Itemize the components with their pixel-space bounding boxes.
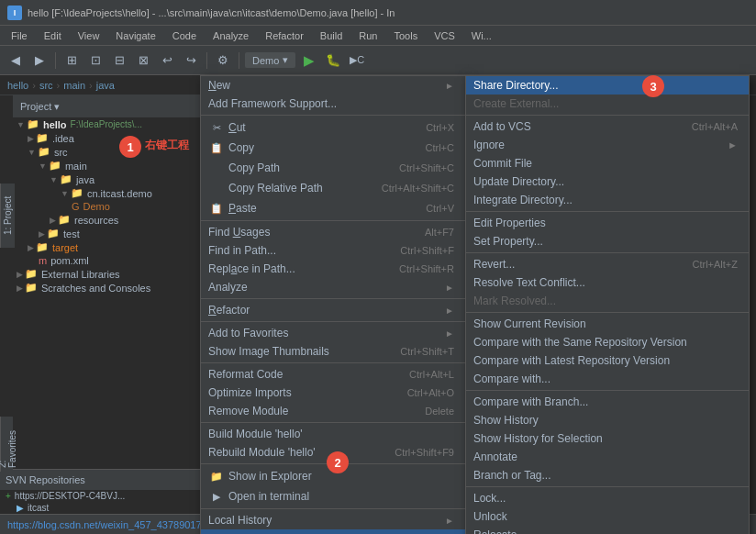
sm-compare-with[interactable]: Compare with... (466, 370, 749, 388)
tree-item-hello[interactable]: ▼ 📁 hello F:\IdeaProjects\... (13, 117, 210, 131)
menu-file[interactable]: File (4, 28, 35, 43)
tree-item-scratches[interactable]: ▶ 📁 Scratches and Consoles (13, 281, 210, 295)
tree-item-demo[interactable]: G Demo (13, 200, 210, 213)
cm-paste[interactable]: 📋 Paste Ctrl+V (201, 198, 465, 218)
sm-set-prop[interactable]: Set Property... (466, 232, 749, 250)
toolbar-settings[interactable]: ⚙ (213, 50, 233, 71)
menu-edit[interactable]: Edit (37, 28, 69, 43)
folder-icon-test: 📁 (47, 228, 60, 239)
toolbar-separator-3 (239, 52, 239, 69)
cm-analyze[interactable]: Analyze ► (201, 278, 465, 296)
svn-item-itcast[interactable]: ▶ itcast (0, 502, 211, 514)
menu-view[interactable]: View (71, 28, 107, 43)
sm-ignore[interactable]: Ignore ► (466, 136, 749, 154)
toolbar-btn3[interactable]: ⊟ (109, 50, 129, 71)
cm-build-module[interactable]: Build Module 'hello' (201, 425, 465, 443)
cm-show-image[interactable]: Show Image Thumbnails Ctrl+Shift+T (201, 342, 465, 361)
svn-item-desktop[interactable]: + https://DESKTOP-C4BVJ... (0, 490, 211, 502)
cm-replace-in-path-label: Replace in Path... (208, 262, 392, 275)
coverage-button[interactable]: ▶C (347, 50, 367, 71)
favorites-tab[interactable]: 2: Favorites (0, 417, 13, 472)
sm-update-dir[interactable]: Update Directory... (466, 172, 749, 191)
cm-remove-module[interactable]: Remove Module Delete (201, 402, 465, 420)
sm-compare-latest[interactable]: Compare with Latest Repository Version (466, 351, 749, 370)
menu-vcs[interactable]: VCS (427, 28, 462, 43)
sm-compare-branch-label: Compare with Branch... (473, 395, 738, 408)
sm-revert-shortcut: Ctrl+Alt+Z (692, 259, 738, 270)
cm-new[interactable]: New ► (201, 76, 465, 95)
cm-copy-relative[interactable]: Copy Relative Path Ctrl+Alt+Shift+C (201, 178, 465, 198)
cm-copy-path[interactable]: Copy Path Ctrl+Shift+C (201, 158, 465, 178)
menu-window[interactable]: Wi... (464, 28, 499, 43)
toolbar-forward[interactable]: ▶ (29, 50, 50, 71)
sm-share-dir[interactable]: Share Directory... (466, 76, 749, 95)
menu-run[interactable]: Run (351, 28, 384, 43)
sm-unlock[interactable]: Unlock (466, 507, 749, 526)
cm-local-history[interactable]: Local History ► (201, 511, 465, 529)
tree-item-ext-libs[interactable]: ▶ 📁 External Libraries (13, 267, 210, 281)
cm-cut[interactable]: ✂ Cut Ctrl+X (201, 117, 465, 138)
sm-compare-branch[interactable]: Compare with Branch... (466, 393, 749, 411)
cm-copy[interactable]: 📋 Copy Ctrl+C (201, 138, 465, 158)
tree-item-test[interactable]: ▶ 📁 test (13, 227, 210, 240)
cm-find-usages[interactable]: Find Usages Alt+F7 (201, 223, 465, 241)
tree-item-target[interactable]: ▶ 📁 target (13, 240, 210, 254)
toolbar-back[interactable]: ◀ (6, 50, 26, 71)
bc-src[interactable]: src (39, 80, 53, 91)
sm-revert[interactable]: Revert... Ctrl+Alt+Z (466, 255, 749, 273)
cm-refactor[interactable]: Refactor ► (201, 301, 465, 319)
annotation-circle-1: 1 (119, 136, 141, 158)
menu-code[interactable]: Code (165, 28, 204, 43)
toolbar-btn6[interactable]: ↪ (181, 50, 201, 71)
sm-show-history[interactable]: Show History (466, 411, 749, 429)
tree-item-cn[interactable]: ▼ 📁 cn.itcast.demo (13, 186, 210, 200)
sm-edit-props[interactable]: Edit Properties (466, 214, 749, 232)
toolbar-btn4[interactable]: ⊠ (133, 50, 153, 71)
sm-resolve-conflict[interactable]: Resolve Text Conflict... (466, 273, 749, 292)
bc-java[interactable]: java (96, 80, 115, 91)
bc-sep1: › (32, 80, 36, 91)
toolbar-btn5[interactable]: ↩ (157, 50, 177, 71)
sm-set-prop-label: Set Property... (473, 235, 738, 248)
svn-item-itcast-label: itcast (28, 503, 49, 513)
sm-branch-tag[interactable]: Branch or Tag... (466, 466, 749, 484)
cm-add-framework[interactable]: Add Framework Support... (201, 95, 465, 113)
debug-button[interactable]: 🐛 (323, 50, 343, 71)
toolbar-btn2[interactable]: ⊡ (85, 50, 106, 71)
bc-main[interactable]: main (63, 80, 85, 91)
cm-refactor-arrow: ► (445, 306, 454, 316)
sm-show-rev[interactable]: Show Current Revision (466, 315, 749, 333)
sm-share-dir-label: Share Directory... (473, 79, 738, 92)
tree-item-main[interactable]: ▼ 📁 main (13, 159, 210, 172)
sm-add-to-vcs[interactable]: Add to VCS Ctrl+Alt+A (466, 117, 749, 136)
status-text: https://blog.csdn.net/weixin_457_4378901… (7, 519, 202, 530)
menu-analyze[interactable]: Analyze (206, 28, 256, 43)
menu-refactor[interactable]: Refactor (258, 28, 311, 43)
cm-add-favorites[interactable]: Add to Favorites ► (201, 324, 465, 342)
cm-subversion[interactable]: Subversion ► (201, 529, 465, 534)
run-button[interactable]: ▶ (299, 50, 319, 71)
tree-item-pom[interactable]: m pom.xml (13, 254, 210, 267)
cm-reformat[interactable]: Reformat Code Ctrl+Alt+L (201, 365, 465, 384)
tree-item-resources[interactable]: ▶ 📁 resources (13, 213, 210, 227)
tree-item-java[interactable]: ▼ 📁 java (13, 172, 210, 186)
project-tab[interactable]: 1: Project (0, 184, 15, 248)
cm-replace-in-path[interactable]: Replace in Path... Ctrl+Shift+R (201, 260, 465, 278)
sm-integrate-dir[interactable]: Integrate Directory... (466, 191, 749, 209)
menu-tools[interactable]: Tools (386, 28, 425, 43)
sm-lock[interactable]: Lock... (466, 489, 749, 507)
cm-optimize[interactable]: Optimize Imports Ctrl+Alt+O (201, 384, 465, 402)
bc-hello[interactable]: hello (7, 80, 28, 91)
sm-relocate[interactable]: Relocate... (466, 526, 749, 534)
menu-navigate[interactable]: Navigate (108, 28, 162, 43)
cm-find-in-path[interactable]: Find in Path... Ctrl+Shift+F (201, 241, 465, 260)
copy-relative-icon (208, 181, 225, 195)
menu-build[interactable]: Build (313, 28, 350, 43)
sm-show-history-sel[interactable]: Show History for Selection (466, 429, 749, 448)
toolbar-btn1[interactable]: ⊞ (61, 50, 82, 71)
sm-compare-same[interactable]: Compare with the Same Repository Version (466, 333, 749, 351)
cm-open-terminal[interactable]: ▶ Open in terminal (201, 486, 465, 506)
sm-annotate[interactable]: Annotate (466, 448, 749, 466)
run-config-demo[interactable]: Demo ▾ (245, 52, 295, 68)
sm-commit-file[interactable]: Commit File (466, 154, 749, 172)
